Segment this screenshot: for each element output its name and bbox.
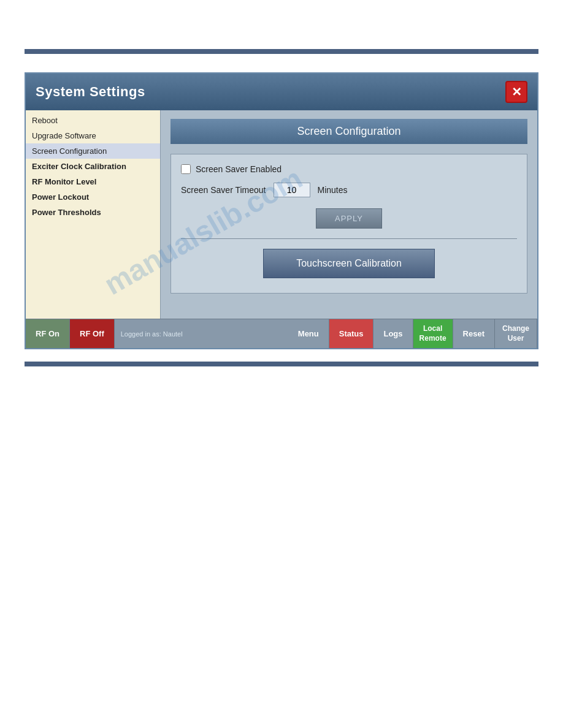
change-user-label1: Change (502, 324, 529, 334)
logged-in-label: Logged in as: Nautel (115, 319, 288, 348)
change-user-label2: User (508, 334, 524, 344)
apply-button[interactable]: APPLY (316, 208, 382, 229)
close-button[interactable]: ✕ (505, 81, 527, 103)
remote-label: Remote (419, 334, 446, 344)
timeout-row: Screen Saver Timeout Minutes (181, 183, 517, 197)
bottom-bar (25, 362, 538, 366)
page-content: System Settings ✕ Reboot Upgrade Softwar… (0, 54, 563, 362)
top-bar (25, 49, 538, 54)
sidebar-item-screen-configuration[interactable]: Screen Configuration (26, 143, 160, 159)
window-body: Reboot Upgrade Software Screen Configura… (26, 110, 537, 319)
sidebar-item-rf-monitor[interactable]: RF Monitor Level (26, 174, 160, 189)
logs-button[interactable]: Logs (373, 319, 413, 348)
sidebar-item-exciter-clock[interactable]: Exciter Clock Calibration (26, 159, 160, 174)
screen-saver-enabled-row: Screen Saver Enabled (181, 164, 517, 174)
reset-button[interactable]: Reset (453, 319, 495, 348)
main-content: Screen Configuration Screen Saver Enable… (161, 110, 537, 319)
menu-button[interactable]: Menu (288, 319, 329, 348)
timeout-label: Screen Saver Timeout (181, 185, 266, 195)
window-title: System Settings (36, 84, 145, 100)
sidebar-item-upgrade-software[interactable]: Upgrade Software (26, 128, 160, 143)
local-remote-button[interactable]: Local Remote (413, 319, 453, 348)
rf-off-button[interactable]: RF Off (70, 319, 115, 348)
touchscreen-calibration-button[interactable]: Touchscreen Calibration (263, 249, 435, 278)
screen-saver-label: Screen Saver Enabled (196, 164, 282, 174)
close-icon: ✕ (511, 85, 522, 99)
system-settings-window: System Settings ✕ Reboot Upgrade Softwar… (25, 72, 538, 349)
taskbar: RF On RF Off Logged in as: Nautel Menu S… (26, 319, 537, 348)
section-title: Screen Configuration (170, 119, 527, 144)
sidebar-item-reboot[interactable]: Reboot (26, 113, 160, 128)
change-user-button[interactable]: Change User (495, 319, 537, 348)
sidebar: Reboot Upgrade Software Screen Configura… (26, 110, 161, 319)
minutes-label: Minutes (318, 185, 348, 195)
screen-saver-checkbox[interactable] (181, 164, 191, 174)
status-button[interactable]: Status (329, 319, 374, 348)
title-bar: System Settings ✕ (26, 74, 537, 110)
sidebar-item-power-thresholds[interactable]: Power Thresholds (26, 205, 160, 220)
rf-on-button[interactable]: RF On (26, 319, 70, 348)
sidebar-item-power-lockout[interactable]: Power Lockout (26, 189, 160, 205)
content-area: Screen Saver Enabled Screen Saver Timeou… (170, 154, 527, 294)
divider (181, 238, 517, 239)
local-label: Local (423, 324, 442, 334)
timeout-input[interactable] (274, 183, 310, 197)
